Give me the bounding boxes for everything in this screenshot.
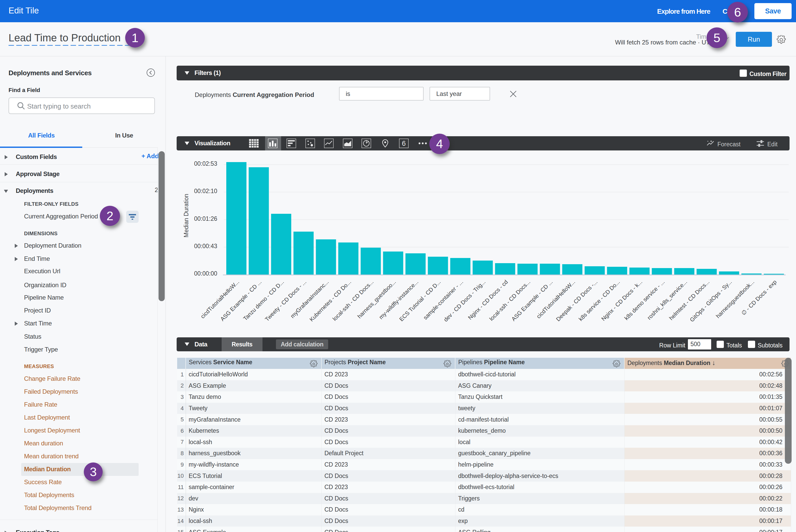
svg-text:my-wildfly-instance...: my-wildfly-instance... (377, 279, 420, 321)
svg-text:00:00:00: 00:00:00 (194, 270, 217, 277)
svg-text:Deepak - CD Docs -...: Deepak - CD Docs -... (555, 279, 599, 323)
svg-text:roshni_k8s_service...: roshni_k8s_service... (646, 279, 688, 321)
svg-text:GitOps - GitOps - Sy...: GitOps - GitOps - Sy... (689, 279, 733, 323)
svg-text:Nginx - CD Docs - k...: Nginx - CD Docs - k... (600, 279, 644, 322)
svg-text:6: 6 (402, 139, 406, 147)
svg-text:harnessguestbook...: harnessguestbook... (715, 279, 756, 320)
svg-text:Tanzu demo - CD D...: Tanzu demo - CD D... (242, 279, 285, 322)
svg-text:00:00:43: 00:00:43 (194, 243, 217, 249)
svg-text:00:02:53: 00:02:53 (194, 160, 217, 167)
svg-text:harness_guestboo...: harness_guestboo... (356, 279, 397, 320)
svg-text:ASG Example - CD ...: ASG Example - CD ... (219, 279, 263, 322)
svg-text:k8s demo service - ...: k8s demo service - ... (623, 279, 666, 322)
svg-text:cicdTutorialHelloW...: cicdTutorialHelloW... (199, 279, 241, 320)
svg-text:Kubernetes - CD Do...: Kubernetes - CD Do... (308, 279, 352, 323)
svg-text:Tweety - CD Docs - ...: Tweety - CD Docs - ... (264, 279, 308, 323)
svg-text:Nginx - CD Docs - cd: Nginx - CD Docs - cd (467, 279, 509, 321)
svg-text:ECS Tutorial - CD D...: ECS Tutorial - CD D... (398, 279, 442, 323)
svg-text:cicdTutorialHelloW...: cicdTutorialHelloW... (535, 279, 576, 320)
svg-text:ASG Example - CD ...: ASG Example - CD ... (510, 279, 554, 322)
svg-text:00:02:10: 00:02:10 (194, 188, 217, 194)
svg-text:helmtest - CD Docs...: helmtest - CD Docs... (668, 279, 711, 321)
svg-text:local-ssh - CD Docs...: local-ssh - CD Docs... (331, 279, 375, 322)
svg-text:local-ssh - CD Docs...: local-ssh - CD Docs... (488, 279, 532, 322)
svg-text:dev - CD Docs - Trig...: dev - CD Docs - Trig... (443, 279, 487, 323)
svg-text:myGrafanaInstanc...: myGrafanaInstanc... (289, 279, 330, 320)
svg-text:k8s service - CD Do...: k8s service - CD Do... (577, 279, 621, 322)
svg-text:sample-container - ...: sample-container - ... (422, 279, 464, 321)
svg-text:Median Duration: Median Duration (183, 194, 189, 238)
svg-text:00:01:26: 00:01:26 (194, 215, 217, 222)
